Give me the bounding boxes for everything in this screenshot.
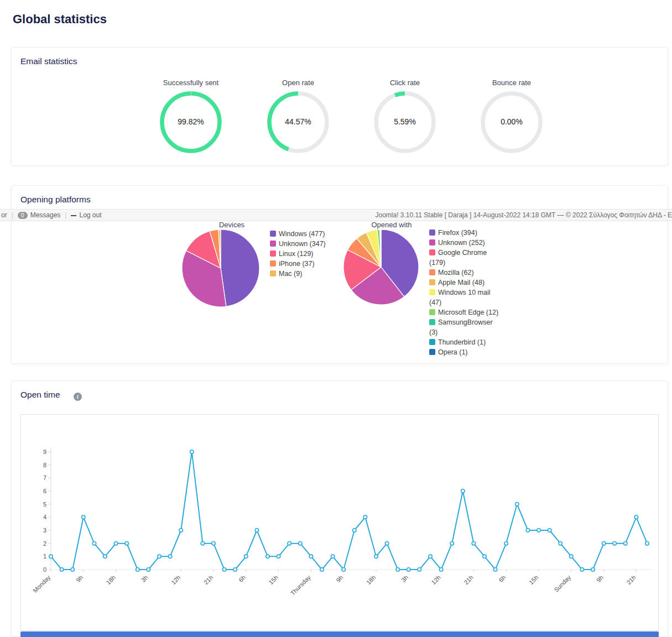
opening-platforms-title: Opening platforms	[20, 195, 91, 205]
data-point	[92, 542, 96, 545]
logout-label: Log out	[79, 211, 101, 219]
statusbar-divider: |	[65, 211, 66, 219]
legend-swatch	[429, 279, 435, 285]
legend-item[interactable]: Google Chrome (179)	[429, 248, 499, 268]
gauge-label: Open rate	[257, 79, 340, 87]
gauge-value: 44.57%	[265, 117, 331, 126]
x-axis-tick-label: 21h	[462, 574, 474, 586]
data-point	[320, 568, 324, 571]
legend-item[interactable]: Firefox (394)	[429, 228, 499, 238]
data-point	[472, 542, 475, 545]
x-axis-tick-label: 18h	[105, 574, 117, 586]
pie-chart-devices	[180, 228, 261, 309]
y-axis-tick-label: 2	[43, 540, 46, 547]
data-point	[613, 542, 616, 545]
data-point	[624, 542, 627, 545]
gauge-bounce-rate: Bounce rate 0.00%	[470, 79, 553, 155]
legend-swatch	[270, 231, 276, 237]
x-axis-tick-label: 6h	[237, 574, 247, 583]
data-point	[147, 568, 150, 571]
data-point	[602, 542, 605, 545]
pie-chart-opened-with	[342, 228, 420, 306]
data-point	[266, 555, 269, 558]
data-point	[71, 568, 74, 571]
legend-item[interactable]: SamsungBrowser (3)	[429, 317, 499, 337]
x-axis-tick-label: 9h	[75, 574, 84, 583]
data-point	[255, 529, 258, 532]
legend-swatch	[429, 319, 435, 325]
open-time-line-chart: 0123456789Monday9h18h3h12h21h6h15hThursd…	[21, 415, 659, 631]
data-point	[439, 568, 442, 571]
data-point	[190, 450, 194, 453]
data-point	[331, 555, 334, 558]
data-point	[288, 542, 291, 545]
legend-item[interactable]: Thunderbird (1)	[429, 337, 499, 347]
data-point	[429, 555, 432, 558]
horizontal-scrollbar[interactable]	[20, 631, 659, 637]
statusbar-left-fragment: or	[1, 211, 7, 219]
legend-item[interactable]: Opera (1)	[429, 347, 499, 357]
data-point	[396, 568, 399, 571]
legend-swatch	[429, 249, 435, 255]
y-axis-tick-label: 3	[43, 527, 46, 534]
data-point	[537, 529, 540, 532]
data-point	[461, 489, 465, 493]
page-title: Global statistics	[13, 12, 107, 27]
legend-swatch	[270, 250, 276, 257]
y-axis-tick-label: 1	[43, 553, 46, 560]
legend-item[interactable]: Microsoft Edge (12)	[429, 307, 499, 317]
data-point	[342, 568, 345, 571]
page: Global statistics Email statistics Succe…	[0, 0, 672, 637]
x-axis-tick-label: 15h	[268, 574, 279, 586]
data-point	[634, 515, 638, 519]
x-axis-tick-label: 15h	[528, 574, 539, 586]
gauge-click-rate: Click rate 5.59%	[363, 79, 446, 155]
x-axis-tick-label: 3h	[400, 574, 409, 583]
open-time-title: Open time	[20, 390, 60, 400]
y-axis-tick-label: 4	[43, 514, 46, 520]
y-axis-tick-label: 8	[43, 462, 46, 468]
legend-item[interactable]: Windows 10 mail (47)	[429, 288, 499, 307]
data-point	[418, 568, 421, 571]
x-axis-tick-label: 12h	[170, 574, 181, 586]
gauge-successfully-sent: Successfully sent 99.82%	[149, 79, 232, 155]
messages-link[interactable]: Messages	[30, 211, 61, 219]
data-point	[504, 542, 508, 545]
legend-item[interactable]: Apple Mail (48)	[429, 278, 499, 288]
y-axis-tick-label: 6	[43, 488, 46, 494]
legend-swatch	[429, 269, 435, 275]
data-point	[233, 568, 237, 571]
open-time-card: Open time i 0123456789Monday9h18h3h12h21…	[11, 380, 668, 637]
data-point	[548, 529, 551, 532]
legend-swatch	[429, 349, 435, 355]
gauge-label: Click rate	[363, 79, 446, 87]
data-point	[244, 555, 248, 558]
data-point	[570, 555, 573, 558]
legend-item[interactable]: Mozilla (62)	[429, 268, 499, 278]
x-axis-tick-label: Sunday	[553, 574, 572, 593]
messages-count-badge: 0	[18, 212, 28, 219]
gauge-value: 5.59%	[372, 117, 437, 126]
data-point	[49, 555, 53, 558]
email-statistics-card: Email statistics Successfully sent 99.82…	[11, 47, 668, 166]
logout-link[interactable]: Log out	[71, 211, 101, 219]
legend-swatch	[429, 289, 435, 295]
data-point	[299, 542, 302, 545]
data-point	[309, 555, 312, 558]
y-axis-tick-label: 5	[43, 501, 46, 508]
x-axis-tick-label: 21h	[202, 574, 214, 586]
data-point	[363, 515, 367, 519]
data-point	[374, 555, 378, 558]
data-point	[385, 542, 388, 545]
logout-icon	[71, 215, 76, 216]
legend-swatch	[429, 339, 435, 345]
data-point	[168, 555, 171, 558]
legend-item[interactable]: Unknown (252)	[429, 238, 499, 248]
data-point	[60, 568, 63, 571]
data-point	[450, 542, 454, 545]
x-axis-tick-label: 3h	[140, 574, 149, 583]
info-icon[interactable]: i	[74, 393, 82, 401]
statusbar-divider: |	[12, 211, 13, 219]
data-point	[179, 529, 183, 532]
legend-swatch	[270, 270, 276, 276]
